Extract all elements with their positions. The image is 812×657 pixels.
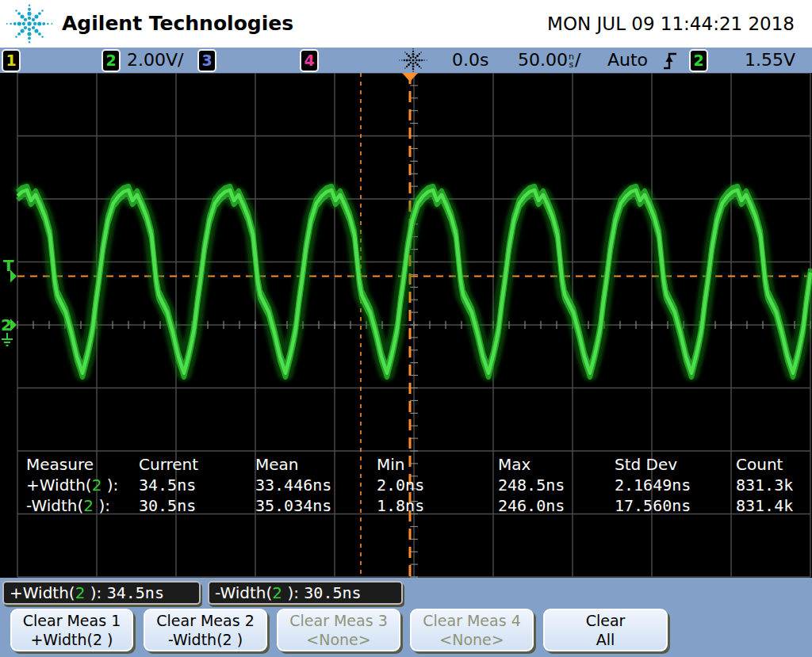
- timebase-readout: 50.00ns/: [518, 50, 580, 70]
- tab-value: 30.5ns: [304, 583, 361, 602]
- trigger-source-label: 2: [693, 52, 703, 69]
- delay-readout: 0.0s: [452, 50, 488, 70]
- timebase-suffix: /: [575, 50, 580, 70]
- meas-count: 831.4k: [736, 495, 793, 516]
- clear-meas-4-button[interactable]: Clear Meas 4<None>: [410, 609, 534, 651]
- meas-count: 831.3k: [736, 475, 793, 495]
- meas-row-name: -Width(2 ):: [26, 495, 110, 516]
- col-header-stddev: Std Dev: [615, 454, 677, 475]
- softkey-line1: Clear Meas 1: [23, 611, 121, 630]
- mini-starburst-icon: [399, 46, 427, 74]
- brand-title: Agilent Technologies: [62, 12, 293, 35]
- meas-min: 1.8ns: [377, 495, 424, 516]
- softkey-line2: -Width(2 ): [168, 630, 243, 649]
- softkey-line1: Clear Meas 3: [289, 611, 387, 630]
- acquisition-mode: Auto: [607, 50, 648, 70]
- clear-all-button[interactable]: ClearAll: [543, 609, 668, 651]
- tab-prefix: +Width(: [10, 583, 75, 602]
- col-header-mean: Mean: [255, 454, 299, 475]
- softkey-area: +Width(2 ): 34.5ns -Width(2 ): 30.5ns Cl…: [0, 578, 812, 657]
- meas-stddev: 17.560ns: [615, 495, 691, 516]
- softkey-line2: <None>: [306, 630, 370, 649]
- datetime-display: MON JUL 09 11:44:21 2018: [547, 13, 795, 34]
- channel-4-label: 4: [304, 52, 314, 69]
- meas-row-name: +Width(2 ):: [26, 475, 118, 495]
- col-header-measure: Measure: [26, 454, 94, 475]
- tab-value: 34.5ns: [107, 583, 164, 602]
- col-header-count: Count: [736, 454, 783, 475]
- trigger-source-badge[interactable]: 2: [689, 49, 708, 72]
- tab-channel: 2: [272, 583, 282, 602]
- meas-name-channel: 2: [92, 476, 102, 495]
- meas-min: 2.0ns: [377, 475, 424, 495]
- meas-max: 248.5ns: [498, 475, 565, 495]
- readout-tab-pwidth: +Width(2 ): 34.5ns: [2, 581, 201, 605]
- softkey-line2: All: [596, 630, 615, 649]
- timebase-unit-bottom: s: [569, 61, 574, 69]
- meas-name-suffix: ):: [94, 496, 110, 515]
- trigger-level-readout: 1.55V: [745, 50, 795, 70]
- softkey-line2: +Width(2 ): [30, 630, 113, 649]
- meas-mean: 33.446ns: [255, 475, 331, 495]
- meas-name-prefix: -Width(: [26, 496, 83, 515]
- meas-name-channel: 2: [83, 496, 94, 515]
- channel-1-badge[interactable]: 1: [2, 49, 21, 72]
- channel-4-badge[interactable]: 4: [300, 49, 319, 72]
- softkey-line1: Clear Meas 2: [156, 611, 254, 630]
- readout-tab-nwidth: -Width(2 ): 30.5ns: [208, 581, 403, 605]
- channel-3-label: 3: [201, 52, 212, 69]
- col-header-max: Max: [498, 454, 530, 475]
- softkey-line2: <None>: [439, 630, 504, 649]
- channel-3-badge[interactable]: 3: [197, 49, 216, 72]
- timebase-value: 50.00: [518, 50, 568, 70]
- tab-suffix: ):: [282, 583, 304, 602]
- col-header-current: Current: [139, 454, 198, 475]
- channel-2-ground-marker[interactable]: 2: [1, 315, 12, 334]
- tab-suffix: ):: [85, 583, 106, 602]
- clear-meas-3-button[interactable]: Clear Meas 3<None>: [277, 609, 400, 651]
- channel-2-scale: 2.00V/: [127, 50, 183, 70]
- oscilloscope-screen: Agilent Technologies MON JUL 09 11:44:21…: [0, 0, 812, 657]
- header: Agilent Technologies MON JUL 09 11:44:21…: [0, 0, 812, 48]
- col-header-min: Min: [377, 454, 405, 475]
- trigger-edge-icon: [663, 52, 677, 71]
- softkey-line1: Clear: [586, 611, 626, 630]
- channel-2-label: 2: [105, 52, 116, 69]
- meas-name-prefix: +Width(: [26, 476, 92, 495]
- meas-current: 30.5ns: [139, 495, 196, 516]
- clear-meas-1-button[interactable]: Clear Meas 1+Width(2 ): [10, 609, 133, 651]
- softkey-line1: Clear Meas 4: [423, 611, 520, 630]
- status-bar: 1 2 2.00V/ 3 4 0.0s 50.00ns/ Auto 2 1.55…: [0, 48, 812, 73]
- channel-2-badge[interactable]: 2: [102, 49, 121, 72]
- meas-current: 34.5ns: [139, 475, 196, 495]
- tab-channel: 2: [75, 583, 86, 602]
- meas-name-suffix: ):: [102, 476, 118, 495]
- timebase-unit: ns: [569, 53, 574, 69]
- waveform-display: T2 Measure Current Mean Min Max Std Dev …: [0, 73, 812, 578]
- agilent-logo-icon: [6, 2, 52, 46]
- meas-stddev: 2.1649ns: [615, 475, 691, 495]
- meas-mean: 35.034ns: [255, 495, 331, 516]
- channel-1-label: 1: [6, 52, 16, 69]
- tab-prefix: -Width(: [215, 583, 272, 602]
- clear-meas-2-button[interactable]: Clear Meas 2-Width(2 ): [144, 609, 267, 651]
- meas-max: 246.0ns: [498, 495, 565, 516]
